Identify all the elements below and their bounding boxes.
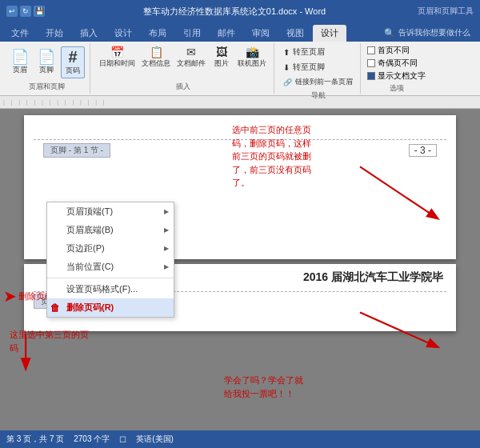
page-indicator: 第 3 页，共 7 页 [6, 434, 64, 445]
mail-button[interactable]: ✉ 文档邮件 [174, 45, 208, 70]
tab-mail[interactable]: 邮件 [210, 25, 243, 42]
ribbon-content: 📄 页眉 📄 页脚 # 页码 页眉和页脚 📅 日期和时间 📋 文档信息 [0, 42, 480, 96]
annotation-bottom-left-text: 这里选中第三页的页码 [10, 330, 89, 353]
menu-top-of-page[interactable]: 页眉顶端(T) [47, 202, 174, 221]
prev-section-icon: ⬆ [283, 48, 290, 57]
menu-current-position[interactable]: 当前位置(C) [47, 258, 174, 276]
menu-remove-page-number[interactable]: 🗑 删除页码(R) [47, 298, 174, 317]
first-page-checkbox[interactable] [367, 46, 375, 54]
headerfooter-buttons: 📄 页眉 📄 页脚 # 页码 [8, 45, 85, 80]
menu-format-page-number[interactable]: 设置页码格式(F)... [47, 280, 174, 298]
odd-even-diff-option[interactable]: 奇偶页不同 [367, 58, 426, 69]
docinfo-button[interactable]: 📋 文档信息 [139, 45, 173, 70]
ruler: | | | | | | | | | | | | | | [0, 96, 480, 109]
title-bar: ↩ ↻ 💾 整车动力经济性数据库系统论文01.docx - Word 页眉和页脚… [0, 0, 480, 22]
page-number-icon: # [68, 49, 77, 65]
navigation-buttons: ⬆ 转至页眉 ⬇ 转至页脚 🔗 链接到前一条页眉 [281, 45, 355, 89]
annotation-bottom-left: 这里选中第三页的页码 [10, 328, 89, 354]
annotation-bottom-middle-text: 学会了吗？学会了就给我投一票吧！！ [224, 375, 303, 398]
insert-label: 插入 [176, 80, 190, 92]
docinfo-icon: 📋 [150, 46, 163, 58]
window-controls[interactable]: ↩ ↻ 💾 [6, 6, 45, 17]
goto-footer-button[interactable]: ⬇ 转至页脚 [281, 60, 327, 74]
link-icon: 🔗 [283, 78, 292, 86]
delete-pagecode-arrow: ➤ [3, 286, 17, 306]
help-search-label[interactable]: 告诉我你想要做什么 [398, 27, 470, 38]
context-tab-label: 页眉和页脚工具 [418, 6, 474, 17]
navigation-label: 导航 [311, 89, 326, 101]
picture-icon: 🖼 [216, 46, 227, 58]
save-btn[interactable]: 💾 [34, 6, 45, 17]
next-section-icon: ⬇ [283, 63, 290, 72]
tab-home[interactable]: 开始 [38, 25, 71, 42]
menu-bottom-of-page[interactable]: 页眉底端(B) [47, 221, 174, 239]
word-count: 2703 个字 [74, 434, 110, 445]
mail-icon: ✉ [186, 46, 196, 58]
header-button[interactable]: 📄 页眉 [8, 48, 32, 77]
search-icon: 🔍 [384, 28, 395, 38]
picture-button[interactable]: 🖼 图片 [210, 45, 234, 70]
annotation-bottom-middle: 学会了吗？学会了就给我投一票吧！！ [224, 374, 303, 400]
page-number-dropdown: 页眉顶端(T) 页眉底端(B) 页边距(P) 当前位置(C) 设置页码格式(F)… [46, 202, 174, 318]
footer-icon: 📄 [38, 50, 55, 64]
online-picture-button[interactable]: 📸 联机图片 [235, 45, 269, 70]
header-icon: 📄 [11, 50, 29, 64]
link-prev-button[interactable]: 🔗 链接到前一条页眉 [281, 75, 355, 89]
tab-view[interactable]: 视图 [278, 25, 312, 42]
show-doc-text-option[interactable]: 显示文档文字 [367, 70, 426, 82]
tab-review[interactable]: 审阅 [244, 25, 278, 42]
odd-even-checkbox[interactable] [367, 59, 375, 67]
menu-page-margin[interactable]: 页边距(P) [47, 239, 174, 258]
options-checkboxes: 首页不同 奇偶页不同 显示文档文字 [367, 45, 426, 82]
insert-buttons: 📅 日期和时间 📋 文档信息 ✉ 文档邮件 🖼 图片 📸 联机图片 [97, 45, 269, 80]
annotation-top-right-text: 选中前三页的任意页码，删除页码，这样前三页的页码就被删了，前三页没有页码了。 [232, 125, 311, 187]
page-number-1[interactable]: - 3 - [409, 144, 437, 157]
footer-section-label-1: 页脚 - 第 1 节 - [43, 143, 110, 158]
first-page-diff-option[interactable]: 首页不同 [367, 45, 426, 56]
tab-references[interactable]: 引用 [175, 25, 209, 42]
tab-layout[interactable]: 布局 [141, 25, 174, 42]
language-indicator: 英语(美国) [136, 434, 174, 445]
check-icon: ☐ [119, 435, 126, 444]
ribbon-group-insert: 📅 日期和时间 📋 文档信息 ✉ 文档邮件 🖼 图片 📸 联机图片 插入 [92, 43, 274, 94]
headerfooter-label: 页眉和页脚 [29, 80, 65, 92]
show-text-checkbox[interactable] [367, 72, 375, 80]
redo-btn[interactable]: ↻ [20, 6, 31, 17]
goto-header-button[interactable]: ⬆ 转至页眉 [281, 45, 327, 59]
tab-file[interactable]: 文件 [3, 25, 37, 42]
datetime-icon: 📅 [110, 46, 124, 58]
annotation-top-right: 选中前三页的任意页码，删除页码，这样前三页的页码就被删了，前三页没有页码了。 [232, 123, 311, 190]
status-bar: 第 3 页，共 7 页 2703 个字 ☐ 英语(美国) [0, 430, 480, 448]
tab-design1[interactable]: 设计 [106, 25, 140, 42]
window-title: 整车动力经济性数据库系统论文01.docx - Word [51, 6, 418, 18]
tab-design-active[interactable]: 设计 [313, 25, 346, 42]
ribbon-group-navigation: ⬆ 转至页眉 ⬇ 转至页脚 🔗 链接到前一条页眉 导航 [276, 43, 361, 94]
online-picture-icon: 📸 [246, 46, 259, 58]
ribbon-group-headerfooter: 📄 页眉 📄 页脚 # 页码 页眉和页脚 [3, 43, 90, 94]
ribbon-tabs: 文件 开始 插入 设计 布局 引用 邮件 审阅 视图 设计 🔍 告诉我你想要做什… [0, 22, 480, 42]
footer-button[interactable]: 📄 页脚 [34, 48, 58, 77]
menu-separator [47, 278, 174, 278]
tab-insert[interactable]: 插入 [72, 25, 106, 42]
options-label: 选项 [390, 82, 404, 94]
page-number-button[interactable]: # 页码 [61, 46, 85, 78]
trash-icon: 🗑 [50, 302, 63, 314]
ribbon-group-options: 首页不同 奇偶页不同 显示文档文字 选项 [362, 43, 430, 94]
datetime-button[interactable]: 📅 日期和时间 [97, 45, 138, 70]
undo-btn[interactable]: ↩ [6, 6, 18, 17]
document-area: 页脚 - 第 1 节 - - 3 - 2016 届湖北汽车工业学院毕 页脚 - … [0, 109, 480, 430]
